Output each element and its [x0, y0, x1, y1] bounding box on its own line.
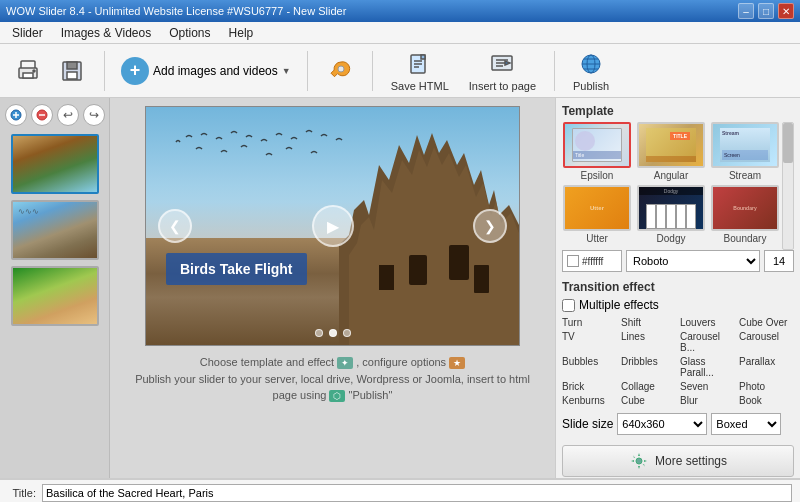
- transitions-grid: Turn Shift Louvers Cube Over TV Lines Ca…: [562, 316, 794, 407]
- multiple-effects-label: Multiple effects: [579, 298, 659, 312]
- menu-slider[interactable]: Slider: [4, 24, 51, 42]
- template-dodgy-name: Dodgy: [657, 233, 686, 244]
- thumbnail-2[interactable]: ∿∿∿: [11, 200, 99, 260]
- title-input[interactable]: [42, 484, 792, 502]
- svg-rect-6: [67, 72, 77, 79]
- insert-button[interactable]: Insert to page: [463, 46, 542, 96]
- add-images-dropdown-arrow[interactable]: ▼: [282, 66, 291, 76]
- font-select[interactable]: Roboto: [626, 250, 760, 272]
- save-html-button[interactable]: Save HTML: [385, 46, 455, 96]
- dot-1[interactable]: [315, 329, 323, 337]
- transition-section-label: Transition effect: [562, 280, 794, 294]
- slide-size-row: Slide size 640x360 Boxed: [562, 413, 794, 435]
- print-button[interactable]: [8, 53, 48, 89]
- color-swatch[interactable]: #ffffff: [562, 250, 622, 272]
- trans-book[interactable]: Book: [739, 394, 794, 407]
- svg-rect-9: [421, 55, 425, 59]
- redo-button[interactable]: ↪: [83, 104, 105, 126]
- trans-collage[interactable]: Collage: [621, 380, 676, 393]
- template-angular[interactable]: TITLE Angular: [636, 122, 706, 181]
- trans-cube[interactable]: Cube: [621, 394, 676, 407]
- svg-rect-33: [474, 265, 489, 293]
- undo-button[interactable]: ↩: [57, 104, 79, 126]
- dot-2[interactable]: [329, 329, 337, 337]
- template-utter-name: Utter: [586, 233, 608, 244]
- trans-shift[interactable]: Shift: [621, 316, 676, 329]
- menu-help[interactable]: Help: [221, 24, 262, 42]
- trans-carouselb[interactable]: Carousel B...: [680, 330, 735, 354]
- nav-prev-button[interactable]: ❮: [158, 209, 192, 243]
- trans-parallax[interactable]: Parallax: [739, 355, 794, 379]
- nav-next-button[interactable]: ❯: [473, 209, 507, 243]
- publish-label: Publish: [573, 80, 609, 92]
- menu-options[interactable]: Options: [161, 24, 218, 42]
- trans-dribbles[interactable]: Dribbles: [621, 355, 676, 379]
- template-stream[interactable]: Stream Screen Stream: [710, 122, 780, 181]
- trans-cubeover[interactable]: Cube Over: [739, 316, 794, 329]
- trans-photo[interactable]: Photo: [739, 380, 794, 393]
- maximize-button[interactable]: □: [758, 3, 774, 19]
- trans-bubbles[interactable]: Bubbles: [562, 355, 617, 379]
- add-slide-button[interactable]: [5, 104, 27, 126]
- menu-images-videos[interactable]: Images & Videos: [53, 24, 160, 42]
- title-label: Title:: [8, 487, 36, 499]
- window-controls: – □ ✕: [738, 3, 794, 19]
- save-button[interactable]: [52, 53, 92, 89]
- svg-rect-31: [409, 255, 427, 285]
- toolbar-sep-3: [372, 51, 373, 91]
- more-settings-button[interactable]: More settings: [562, 445, 794, 477]
- right-panel: Template Title Epsilon: [555, 98, 800, 478]
- multiple-effects-row: Multiple effects: [562, 298, 794, 312]
- thumbnail-1[interactable]: [11, 134, 99, 194]
- trans-glassparall[interactable]: Glass Parall...: [680, 355, 735, 379]
- slide-size-label: Slide size: [562, 417, 613, 431]
- template-boundary-name: Boundary: [724, 233, 767, 244]
- template-boundary[interactable]: Boundary Boundary: [710, 185, 780, 244]
- template-dodgy[interactable]: Dodgy Dodgy: [636, 185, 706, 244]
- app-title: WOW Slider 8.4 - Unlimited Website Licen…: [6, 5, 346, 17]
- template-epsilon-thumb: Title: [563, 122, 631, 168]
- trans-kenburns[interactable]: Kenburns: [562, 394, 617, 407]
- add-images-button[interactable]: + Add images and videos ▼: [117, 53, 295, 89]
- center-canvas: Birds Take Flight ❮ ▶ ❯ Choose template …: [110, 98, 555, 478]
- template-stream-name: Stream: [729, 170, 761, 181]
- dot-3[interactable]: [343, 329, 351, 337]
- minimize-button[interactable]: –: [738, 3, 754, 19]
- main-area: ↩ ↪ ∿∿∿: [0, 98, 800, 478]
- toolbar-sep-1: [104, 51, 105, 91]
- svg-point-34: [636, 458, 642, 464]
- trans-tv[interactable]: TV: [562, 330, 617, 354]
- save-icon: [58, 57, 86, 85]
- toolbar-sep-2: [307, 51, 308, 91]
- close-button[interactable]: ✕: [778, 3, 794, 19]
- trans-brick[interactable]: Brick: [562, 380, 617, 393]
- slide-size-select[interactable]: 640x360: [617, 413, 707, 435]
- template-scrollbar[interactable]: [782, 122, 794, 250]
- trans-louvers[interactable]: Louvers: [680, 316, 735, 329]
- template-epsilon[interactable]: Title Epsilon: [562, 122, 632, 181]
- add-images-label: Add images and videos: [153, 64, 278, 78]
- template-dodgy-thumb: Dodgy: [637, 185, 705, 231]
- font-size-input[interactable]: [764, 250, 794, 272]
- options-button[interactable]: [320, 53, 360, 89]
- trans-seven[interactable]: Seven: [680, 380, 735, 393]
- save-html-icon: [406, 50, 434, 78]
- color-value: #ffffff: [582, 256, 603, 267]
- thumbnail-3[interactable]: [11, 266, 99, 326]
- trans-lines[interactable]: Lines: [621, 330, 676, 354]
- trans-turn[interactable]: Turn: [562, 316, 617, 329]
- trans-blur[interactable]: Blur: [680, 394, 735, 407]
- remove-slide-button[interactable]: [31, 104, 53, 126]
- title-row: Title:: [8, 484, 792, 502]
- template-utter-thumb: Utter: [563, 185, 631, 231]
- template-utter[interactable]: Utter Utter: [562, 185, 632, 244]
- trans-carousel[interactable]: Carousel: [739, 330, 794, 354]
- publish-button[interactable]: Publish: [567, 46, 615, 96]
- template-angular-name: Angular: [654, 170, 688, 181]
- multiple-effects-checkbox[interactable]: [562, 299, 575, 312]
- transition-section: Transition effect Multiple effects Turn …: [562, 278, 794, 413]
- play-button[interactable]: ▶: [312, 205, 354, 247]
- settings-icon: [629, 451, 649, 471]
- boxed-select[interactable]: Boxed: [711, 413, 781, 435]
- wrench-icon: [326, 57, 354, 85]
